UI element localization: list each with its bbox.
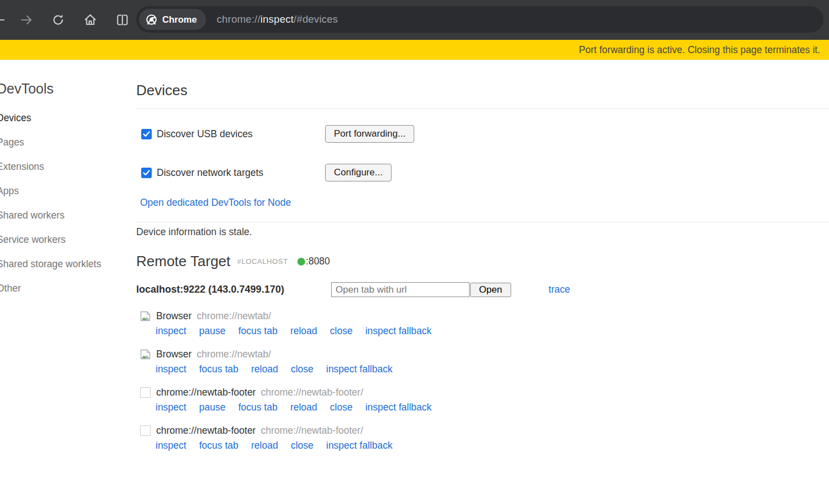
- targets-list: Browser chrome://newtab/ inspectpausefoc…: [136, 310, 829, 451]
- open-button[interactable]: Open: [470, 283, 511, 297]
- forward-icon[interactable]: [19, 13, 34, 27]
- target-actions: inspectfocus tabreloadcloseinspect fallb…: [156, 440, 829, 451]
- target-name: chrome://newtab-footer: [156, 425, 256, 437]
- target-url: chrome://newtab/: [197, 310, 271, 322]
- sidebar-item-service-workers[interactable]: Service workers: [0, 234, 136, 245]
- main-content: Devices Discover USB devices Port forwar…: [136, 60, 829, 463]
- configure-button[interactable]: Configure...: [325, 164, 392, 181]
- browser-toolbar: Chrome chrome://inspect/#devices: [0, 0, 829, 40]
- target-favicon-icon: [140, 425, 151, 436]
- target-action-focus-tab[interactable]: focus tab: [238, 402, 277, 413]
- divider: [136, 108, 829, 109]
- split-screen-icon[interactable]: [115, 13, 130, 27]
- target-action-inspect[interactable]: inspect: [156, 440, 186, 451]
- devtools-node-link[interactable]: Open dedicated DevTools for Node: [140, 197, 291, 209]
- target-action-close[interactable]: close: [330, 402, 353, 413]
- target-action-inspect[interactable]: inspect: [156, 402, 186, 413]
- target-name: chrome://newtab-footer: [156, 387, 256, 398]
- target-actions: inspectfocus tabreloadcloseinspect fallb…: [156, 363, 829, 375]
- target-row: Browser chrome://newtab/ inspectfocus ta…: [136, 349, 829, 375]
- target-action-reload[interactable]: reload: [251, 440, 278, 451]
- url-text: chrome://inspect/#devices: [217, 13, 338, 25]
- discover-network-checkbox[interactable]: [141, 168, 152, 178]
- target-action-reload[interactable]: reload: [290, 325, 317, 337]
- target-action-inspect-fallback[interactable]: inspect fallback: [365, 402, 432, 413]
- page-title: Devices: [136, 82, 829, 99]
- port-forwarding-button[interactable]: Port forwarding...: [325, 125, 414, 143]
- sidebar-item-apps[interactable]: Apps: [0, 185, 136, 196]
- target-action-inspect[interactable]: inspect: [156, 325, 186, 337]
- port-forwarding-banner: Port forwarding is active. Closing this …: [0, 40, 829, 60]
- target-action-close[interactable]: close: [330, 325, 353, 337]
- chrome-chip-label: Chrome: [162, 14, 197, 25]
- reload-icon[interactable]: [51, 13, 65, 27]
- target-name: Browser: [156, 310, 192, 322]
- check-icon: [143, 131, 150, 137]
- back-icon[interactable]: [0, 13, 6, 27]
- url-path: /#devices: [294, 13, 338, 25]
- stale-info-text: Device information is stale.: [136, 226, 829, 238]
- target-action-inspect-fallback[interactable]: inspect fallback: [365, 325, 432, 337]
- target-url: chrome://newtab-footer/: [261, 425, 363, 437]
- target-action-reload[interactable]: reload: [251, 363, 278, 375]
- target-url: chrome://newtab/: [197, 349, 271, 360]
- sidebar-item-devices[interactable]: Devices: [0, 112, 136, 123]
- target-row: Browser chrome://newtab/ inspectpausefoc…: [136, 310, 829, 337]
- target-action-reload[interactable]: reload: [290, 402, 317, 413]
- discover-usb-checkbox[interactable]: [141, 129, 152, 139]
- chrome-logo-icon: [146, 14, 157, 25]
- discover-usb-label: Discover USB devices: [157, 128, 325, 140]
- status-dot-icon: [297, 258, 305, 266]
- remote-target-title: Remote Target: [136, 253, 230, 270]
- sidebar: DevTools Devices Pages Extensions Apps S…: [0, 60, 136, 463]
- target-url: chrome://newtab-footer/: [261, 387, 363, 398]
- target-favicon-icon: [140, 311, 151, 321]
- sidebar-title: DevTools: [0, 81, 136, 97]
- open-tab-url-input[interactable]: [331, 282, 470, 297]
- target-action-close[interactable]: close: [291, 440, 313, 451]
- target-name: Browser: [156, 349, 192, 360]
- url-scheme: chrome://: [217, 13, 260, 25]
- remote-host-label: localhost:9222 (143.0.7499.170): [136, 284, 331, 295]
- target-action-pause[interactable]: pause: [199, 402, 225, 413]
- sidebar-item-shared-storage-worklets[interactable]: Shared storage worklets: [0, 258, 136, 269]
- target-action-focus-tab[interactable]: focus tab: [238, 325, 277, 337]
- divider: [136, 222, 829, 222]
- target-action-inspect-fallback[interactable]: inspect fallback: [326, 440, 393, 451]
- target-row: chrome://newtab-footer chrome://newtab-f…: [136, 387, 829, 413]
- target-action-focus-tab[interactable]: focus tab: [199, 363, 238, 375]
- target-favicon-icon: [140, 387, 151, 398]
- target-favicon-icon: [140, 349, 151, 360]
- remote-target-subtitle: #LOCALHOST: [237, 257, 288, 266]
- target-actions: inspectpausefocus tabreloadcloseinspect …: [156, 402, 829, 413]
- url-host: inspect: [260, 13, 294, 25]
- home-icon[interactable]: [83, 13, 97, 27]
- discover-network-label: Discover network targets: [157, 167, 325, 179]
- sidebar-item-pages[interactable]: Pages: [0, 137, 136, 148]
- target-action-pause[interactable]: pause: [199, 325, 225, 337]
- check-icon: [143, 170, 150, 176]
- trace-link[interactable]: trace: [549, 284, 570, 295]
- target-action-close[interactable]: close: [291, 363, 313, 375]
- target-row: chrome://newtab-footer chrome://newtab-f…: [136, 425, 829, 451]
- sidebar-item-shared-workers[interactable]: Shared workers: [0, 210, 136, 221]
- target-action-focus-tab[interactable]: focus tab: [199, 440, 238, 451]
- sidebar-item-other[interactable]: Other: [0, 283, 136, 294]
- address-bar[interactable]: Chrome chrome://inspect/#devices: [136, 6, 823, 33]
- target-actions: inspectpausefocus tabreloadcloseinspect …: [156, 325, 829, 337]
- sidebar-item-extensions[interactable]: Extensions: [0, 161, 136, 172]
- target-action-inspect[interactable]: inspect: [156, 363, 186, 375]
- remote-target-port: :8080: [306, 256, 330, 267]
- target-action-inspect-fallback[interactable]: inspect fallback: [326, 363, 393, 375]
- chrome-chip[interactable]: Chrome: [139, 9, 206, 30]
